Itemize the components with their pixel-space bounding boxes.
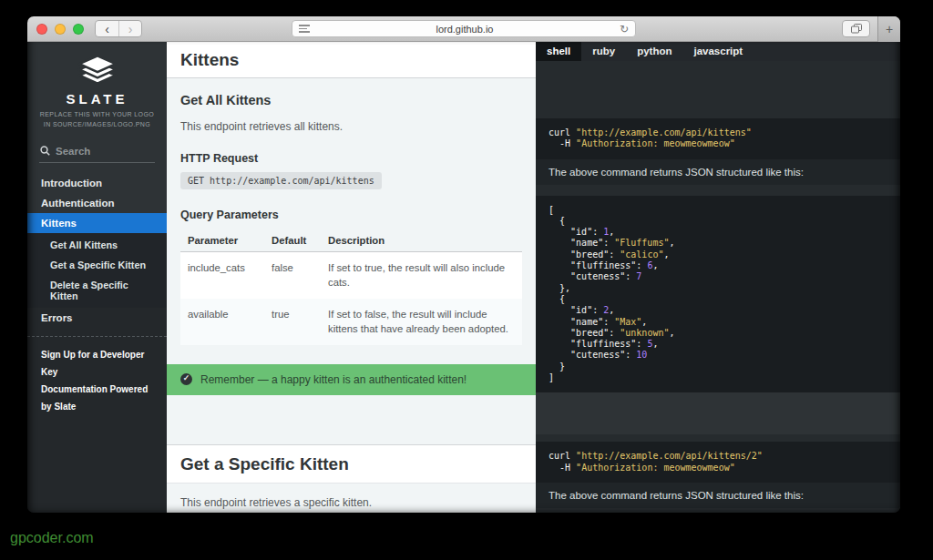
browser-titlebar: ‹ › lord.github.io ↻ +	[27, 16, 900, 42]
search-input[interactable]	[56, 146, 154, 157]
sidebar-footer: Sign Up for a Developer Key Documentatio…	[27, 344, 167, 417]
refresh-icon[interactable]: ↻	[620, 23, 629, 36]
new-tab-button[interactable]: +	[877, 16, 900, 42]
code-panel-spacer	[536, 185, 900, 196]
tab-python[interactable]: python	[626, 42, 682, 61]
window-controls	[36, 24, 84, 35]
logo-title: SLATE	[33, 91, 161, 107]
json-response-code-block: [ { "id": 1, "name": "Fluffums", "breed"…	[536, 196, 900, 393]
http-request-code: GET http://example.com/api/kittens	[180, 172, 382, 189]
query-parameters-table: Parameter Default Description include_ca…	[180, 229, 522, 345]
sidebar-nav: Introduction Authentication Kittens Get …	[27, 173, 167, 328]
cell-default: false	[264, 252, 321, 299]
sidebar-item-errors[interactable]: Errors	[27, 308, 167, 328]
tab-overview-button[interactable]	[842, 20, 870, 37]
back-button[interactable]: ‹	[96, 21, 118, 36]
powered-by-slate-link[interactable]: Documentation Powered by Slate	[41, 381, 153, 415]
sidebar-subnav: Get All Kittens Get a Specific Kitten De…	[27, 233, 167, 308]
http-request-heading: HTTP Request	[180, 133, 522, 165]
url-text[interactable]: lord.github.io	[310, 24, 620, 35]
cell-parameter: available	[180, 299, 264, 345]
tab-javascript[interactable]: javascript	[682, 42, 754, 61]
table-row: include_cats false If set to true, the r…	[180, 252, 522, 299]
tabs-icon	[851, 24, 862, 34]
cell-default: true	[264, 299, 321, 345]
search-box	[39, 141, 155, 163]
section-heading: Get All Kittens	[180, 78, 522, 107]
logo-caption-line2: IN SOURCE/IMAGES/LOGO.PNG	[33, 120, 161, 130]
docs-content: Kittens Get All Kittens This endpoint re…	[167, 42, 536, 513]
sidebar: SLATE REPLACE THIS WITH YOUR LOGO IN SOU…	[27, 42, 167, 513]
section-description: This endpoint retrieves a specific kitte…	[180, 484, 522, 509]
sidebar-item-get-all-kittens[interactable]: Get All Kittens	[27, 235, 167, 255]
slate-logo-icon	[77, 54, 118, 87]
table-row: available true If set to false, the resu…	[180, 299, 522, 345]
language-selector: shell ruby python javascript	[536, 42, 900, 61]
success-note-text: Remember — a happy kitten is an authenti…	[200, 372, 466, 389]
section-get-specific-kitten: This endpoint retrieves a specific kitte…	[167, 484, 536, 513]
forward-button[interactable]: ›	[118, 21, 141, 36]
search-icon	[40, 146, 50, 156]
section-gap	[167, 395, 536, 444]
zoom-button[interactable]	[73, 24, 84, 35]
cell-description: If set to true, the result will also inc…	[321, 252, 522, 299]
section-title-get-specific: Get a Specific Kitten	[167, 444, 536, 484]
cell-parameter: include_cats	[180, 252, 264, 299]
logo-block: SLATE REPLACE THIS WITH YOUR LOGO IN SOU…	[27, 42, 167, 137]
sidebar-divider	[27, 336, 167, 337]
tab-ruby[interactable]: ruby	[581, 42, 626, 61]
code-annotation: The above command returns JSON structure…	[536, 483, 900, 508]
watermark: gpcoder.com	[10, 530, 94, 546]
curl-get-all-code-block: curl "http://example.com/api/kittens" -H…	[536, 118, 900, 159]
page-title: Kittens	[167, 42, 536, 78]
section-separator-band	[536, 392, 900, 434]
close-button[interactable]	[36, 24, 47, 35]
browser-window: ‹ › lord.github.io ↻ +	[27, 16, 900, 513]
tab-shell[interactable]: shell	[536, 42, 581, 61]
logo-caption-line1: REPLACE THIS WITH YOUR LOGO	[33, 110, 161, 120]
section-description: This endpoint retrieves all kittens.	[180, 107, 522, 133]
titlebar-right-controls: +	[842, 16, 900, 41]
signup-developer-key-link[interactable]: Sign Up for a Developer Key	[41, 346, 153, 381]
curl-get-specific-code-block: curl "http://example.com/api/kittens/2" …	[536, 442, 900, 483]
sidebar-item-kittens[interactable]: Kittens	[27, 213, 167, 233]
check-icon: ✓	[180, 373, 192, 385]
code-annotation: The above command returns JSON structure…	[536, 159, 900, 185]
query-parameters-heading: Query Parameters	[180, 189, 522, 221]
minimize-button[interactable]	[55, 24, 66, 35]
sidebar-item-delete-specific-kitten[interactable]: Delete a Specific Kitten	[27, 275, 167, 306]
history-nav-group: ‹ ›	[95, 20, 142, 37]
address-bar[interactable]: lord.github.io ↻	[292, 20, 636, 37]
column-header-default: Default	[264, 229, 321, 252]
sidebar-item-authentication[interactable]: Authentication	[27, 193, 167, 213]
table-header-row: Parameter Default Description	[180, 229, 522, 252]
logo-caption: REPLACE THIS WITH YOUR LOGO IN SOURCE/IM…	[33, 110, 161, 130]
sidebar-item-get-specific-kitten[interactable]: Get a Specific Kitten	[27, 255, 167, 275]
column-header-description: Description	[321, 229, 522, 252]
code-panel: shell ruby python javascript curl "http:…	[536, 42, 900, 513]
code-panel-spacer	[536, 434, 900, 442]
sidebar-item-introduction[interactable]: Introduction	[27, 173, 167, 193]
success-note: ✓ Remember — a happy kitten is an authen…	[167, 364, 536, 396]
cell-description: If set to false, the result will include…	[321, 299, 522, 345]
code-panel-spacer	[536, 61, 900, 118]
reader-icon[interactable]	[299, 25, 310, 33]
column-header-parameter: Parameter	[180, 229, 264, 252]
section-get-all-kittens: Get All Kittens This endpoint retrieves …	[167, 78, 536, 395]
